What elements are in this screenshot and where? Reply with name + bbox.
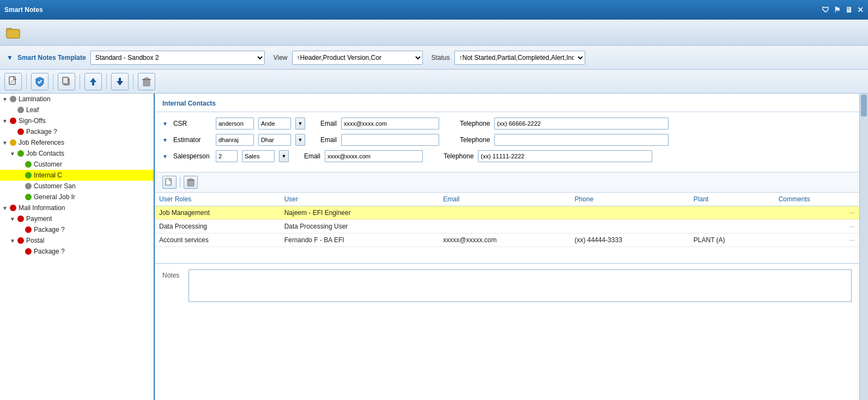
svg-rect-16 [166,179,171,185]
salesperson-email-label: Email [304,152,320,160]
cell-plant-2: PLANT (A) [689,233,774,247]
label-pkg-signoffs: Package ? [26,128,57,136]
notes-textarea[interactable] [189,269,852,302]
folder-icon[interactable] [4,24,22,41]
estimator-last-input[interactable] [258,134,291,146]
new-doc-button[interactable] [4,73,22,90]
up-action-button[interactable] [84,73,102,90]
sidebar-item-general-job-ir[interactable]: General Job Ir [0,192,154,202]
dots-btn-2[interactable]: ··· [849,236,855,244]
sidebar: ▼ Lamination Leaf ▼ Sign-Offs Package ? … [0,94,155,400]
svg-marker-9 [90,78,96,82]
toggle-lamination[interactable]: ▼ [2,96,10,102]
sidebar-item-job-references[interactable]: ▼ Job References [0,137,154,148]
view-label: View [274,54,288,61]
cell-phone-1 [570,220,689,233]
dot-job-contacts [17,150,24,157]
toggle-payment[interactable]: ▼ [10,216,17,222]
csr-dropdown-btn[interactable]: ▼ [295,118,305,130]
label-pkg-payment: Package ? [34,226,65,233]
view-select[interactable]: ↑Header,Product Version,Cor [292,51,423,65]
dots-btn-0[interactable]: ··· [849,209,855,217]
status-select[interactable]: ↑Not Started,Partial,Completed,Alert,Inc [454,51,585,65]
table-new-btn[interactable] [162,176,177,189]
cell-comments-2: ··· [774,233,859,247]
template-label: Smart Notes Template [17,54,86,61]
sidebar-item-package-payment[interactable]: Package ? [0,224,154,235]
salesperson-tel-input[interactable] [478,150,652,162]
label-postal: Postal [26,237,44,244]
sep-4 [106,74,107,89]
label-job-refs: Job References [19,139,64,146]
toggle-internal-c [17,173,25,179]
toggle-pkg-postal [17,249,25,255]
sidebar-item-package-postal[interactable]: Package ? [0,246,154,257]
shield-title-icon[interactable]: 🛡 [822,5,829,14]
sidebar-item-signoffs[interactable]: ▼ Sign-Offs [0,115,154,126]
label-general-job-ir: General Job Ir [34,193,75,201]
dots-btn-1[interactable]: ··· [849,223,855,230]
csr-tel-label: Telephone [460,120,490,127]
sidebar-item-leaf[interactable]: Leaf [0,104,154,115]
toggle-job-contacts[interactable]: ▼ [10,151,17,157]
estimator-email-input[interactable] [341,134,439,146]
sidebar-item-internal-c[interactable]: Internal C [0,170,154,181]
flag-title-icon[interactable]: ⚑ [834,5,841,14]
toggle-mail-info[interactable]: ▼ [2,205,10,211]
copy-action-button[interactable] [58,73,75,90]
dot-payment [17,216,24,222]
toggle-signoffs[interactable]: ▼ [2,118,10,124]
csr-last-input[interactable] [258,118,291,130]
monitor-title-icon[interactable]: 🖥 [845,5,853,14]
right-scrollbar[interactable] [859,94,868,400]
salesperson-arrow: ▼ [162,153,168,159]
estimator-first-input[interactable] [216,134,254,146]
csr-tel-input[interactable] [494,118,669,130]
salesperson-row: ▼ Salesperson ▼ Email Telephone [162,150,852,162]
table-sep-1 [180,177,180,188]
down-action-button[interactable] [111,73,129,90]
table-row[interactable]: Account services Fernando F - BA EFI xxx… [155,233,859,247]
table-header-row: User Roles User Email Phone Plant Commen… [155,193,859,206]
csr-first-input[interactable] [216,118,254,130]
toggle-postal[interactable]: ▼ [10,238,17,244]
salesperson-last-input[interactable] [242,150,275,162]
col-comments: Comments [774,193,859,206]
delete-action-button[interactable] [138,73,155,90]
csr-email-label: Email [320,120,337,127]
template-select[interactable]: Standard - Sandbox 2 [90,51,265,65]
estimator-tel-input[interactable] [494,134,669,146]
sidebar-item-payment[interactable]: ▼ Payment [0,213,154,224]
toolbar-row: ▼ Smart Notes Template Standard - Sandbo… [0,46,868,70]
sidebar-item-customer-san[interactable]: Customer San [0,181,154,192]
sidebar-item-postal[interactable]: ▼ Postal [0,235,154,246]
sidebar-item-package-signoffs[interactable]: Package ? [0,126,154,137]
sidebar-item-lamination[interactable]: ▼ Lamination [0,94,154,104]
close-title-button[interactable]: ✕ [857,5,864,14]
cell-email-0 [439,206,570,220]
dot-pkg-payment [25,226,32,233]
toggle-general-job-ir [17,194,25,200]
shield-action-button[interactable] [31,73,48,90]
dot-job-refs [10,139,16,146]
salesperson-email-input[interactable] [325,150,423,162]
table-delete-btn[interactable] [184,176,198,189]
estimator-arrow: ▼ [162,137,168,143]
sidebar-item-customer[interactable]: Customer [0,159,154,170]
label-internal-c: Internal C [34,171,62,179]
col-user-roles: User Roles [155,193,280,206]
table-row[interactable]: Data Processing Data Processing User ··· [155,220,859,233]
estimator-row: ▼ Estimator ▼ Email Telephone [162,134,852,146]
csr-email-input[interactable] [341,118,439,130]
cell-user-0: Najeem - EFI Engineer [280,206,439,220]
salesperson-dropdown-btn[interactable]: ▼ [279,150,289,162]
salesperson-first-input[interactable] [216,150,238,162]
salesperson-tel-label: Telephone [444,152,474,160]
dot-leaf [17,107,24,113]
toggle-job-refs[interactable]: ▼ [2,140,10,146]
table-row[interactable]: Job Management Najeem - EFI Engineer ··· [155,206,859,220]
toggle-customer-san [17,183,25,189]
sidebar-item-job-contacts[interactable]: ▼ Job Contacts [0,148,154,159]
sidebar-item-mail-info[interactable]: ▼ Mail Information [0,202,154,213]
estimator-dropdown-btn[interactable]: ▼ [295,134,305,146]
